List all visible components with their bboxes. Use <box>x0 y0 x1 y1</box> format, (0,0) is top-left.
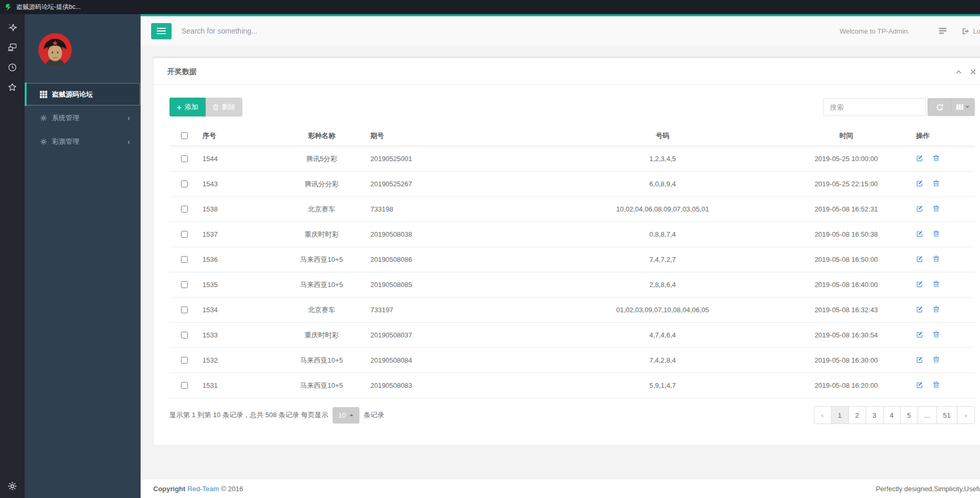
edit-row-button[interactable] <box>916 255 923 262</box>
page-button[interactable]: 4 <box>883 406 901 424</box>
delete-button[interactable]: 删除 <box>206 98 242 116</box>
edit-row-button[interactable] <box>916 230 923 237</box>
sparkle-icon[interactable] <box>7 22 18 33</box>
edit-row-button[interactable] <box>916 280 923 288</box>
row-checkbox[interactable] <box>181 181 188 187</box>
cell-serial: 1537 <box>198 222 277 247</box>
cell-serial: 1543 <box>198 172 277 197</box>
cell-lottery: 马来西亚10+5 <box>277 272 366 298</box>
trash-icon <box>933 154 940 162</box>
delete-row-button[interactable] <box>933 331 940 338</box>
browser-tab-title[interactable]: 盗贼源码论坛-提供bc... <box>16 3 81 12</box>
cell-issue: 20190525001 <box>366 146 545 172</box>
sidebar-item-lottery[interactable]: 彩票管理 ‹ <box>25 130 141 153</box>
cell-numbers: 7,4,7,2,7 <box>545 247 781 272</box>
bookmarks-star-icon[interactable] <box>7 82 18 92</box>
tasks-list-icon[interactable] <box>939 27 947 35</box>
edit-icon <box>916 179 923 187</box>
delete-row-button[interactable] <box>933 280 940 288</box>
panel-body: + 添加 删除 <box>154 84 980 445</box>
page-size-dropdown[interactable]: 10 <box>333 407 359 423</box>
cell-numbers: 0,8,8,7,4 <box>545 222 781 247</box>
avatar[interactable] <box>38 33 141 67</box>
row-checkbox[interactable] <box>181 231 188 238</box>
row-checkbox[interactable] <box>181 332 188 338</box>
footer-tagline: Perfectly designed,Simplicity,Useful, <box>876 485 980 493</box>
cell-issue: 733198 <box>366 197 545 222</box>
collapse-icon[interactable] <box>955 69 962 76</box>
global-search-input[interactable] <box>180 26 369 36</box>
cell-time: 2019-05-08 16:40:00 <box>781 272 912 298</box>
edit-row-button[interactable] <box>916 381 923 388</box>
footer: CopyrightRed-Team© 2016 Perfectly design… <box>141 479 980 498</box>
sidebar-toggle-button[interactable] <box>151 23 172 39</box>
refresh-button[interactable] <box>928 98 951 116</box>
page-button[interactable]: ... <box>918 406 937 424</box>
delete-row-button[interactable] <box>933 230 940 237</box>
trash-icon <box>933 381 940 388</box>
page-size-value: 10 <box>338 411 346 419</box>
row-checkbox[interactable] <box>181 357 188 364</box>
trash-icon <box>933 255 940 262</box>
hamburger-icon <box>157 28 166 29</box>
cell-lottery: 重庆时时彩 <box>277 222 366 247</box>
page-button[interactable]: 2 <box>848 406 866 424</box>
edit-row-button[interactable] <box>916 179 923 187</box>
sidebar-item-system[interactable]: 系统管理 ‹ <box>25 106 141 130</box>
cell-issue: 20190508037 <box>366 323 545 348</box>
edit-row-button[interactable] <box>916 154 923 162</box>
logout-button[interactable]: Log out <box>962 27 980 35</box>
delete-row-button[interactable] <box>933 179 940 187</box>
chevron-left-icon: ‹ <box>127 137 130 145</box>
add-button[interactable]: + 添加 <box>169 98 206 116</box>
delete-row-button[interactable] <box>933 356 940 363</box>
page-button[interactable]: 51 <box>936 406 957 424</box>
history-clock-icon[interactable] <box>7 62 18 72</box>
panel-title: 开奖数据 <box>167 67 197 77</box>
delete-row-button[interactable] <box>933 154 940 162</box>
sidebar-item-brand[interactable]: 盗贼源码论坛 <box>25 82 141 106</box>
row-checkbox[interactable] <box>181 155 188 162</box>
prev-page-button[interactable]: ‹ <box>814 406 832 424</box>
gear-icon <box>40 138 47 145</box>
browser-tab-bar: 盗贼源码论坛-提供bc... <box>0 0 980 14</box>
page-button[interactable]: 3 <box>866 406 883 424</box>
edit-row-button[interactable] <box>916 305 923 313</box>
trash-icon <box>933 205 940 212</box>
main-area: Welcome to TP-Admin. Log out <box>141 14 980 498</box>
select-all-checkbox[interactable] <box>181 132 188 139</box>
cell-lottery: 腾讯5分彩 <box>277 146 366 172</box>
edit-row-button[interactable] <box>916 331 923 338</box>
trash-icon <box>933 230 940 237</box>
table-body: 1544 腾讯5分彩 20190525001 1,2,3,4,5 2019-05… <box>169 146 975 398</box>
edit-row-button[interactable] <box>916 356 923 363</box>
row-checkbox[interactable] <box>181 281 188 288</box>
table-search-input[interactable] <box>823 98 926 116</box>
page-button[interactable]: 1 <box>831 406 849 424</box>
delete-row-button[interactable] <box>933 205 940 212</box>
settings-gear-icon[interactable] <box>7 481 18 491</box>
next-page-button[interactable]: › <box>957 406 975 424</box>
edit-icon <box>916 205 923 212</box>
delete-row-button[interactable] <box>933 255 940 262</box>
row-checkbox[interactable] <box>181 256 188 263</box>
page-button[interactable]: 5 <box>900 406 918 424</box>
delete-row-button[interactable] <box>933 381 940 388</box>
table-row: 1534 北京赛车 733197 01,02,03,09,07,10,08,04… <box>169 298 975 323</box>
welcome-text: Welcome to TP-Admin. <box>839 27 909 35</box>
footer-brand-link[interactable]: Red-Team <box>187 485 219 493</box>
cell-issue: 20190508083 <box>366 373 545 398</box>
cell-numbers: 5,9,1,4,7 <box>545 373 781 398</box>
row-checkbox[interactable] <box>181 306 188 313</box>
cell-numbers: 6,0,8,9,4 <box>545 172 781 197</box>
delete-row-button[interactable] <box>933 305 940 313</box>
devices-icon[interactable] <box>7 42 18 52</box>
edit-icon <box>916 154 923 162</box>
edit-row-button[interactable] <box>916 205 923 212</box>
close-icon[interactable] <box>970 69 976 76</box>
row-checkbox[interactable] <box>181 382 188 389</box>
columns-button[interactable] <box>951 98 975 116</box>
row-checkbox[interactable] <box>181 206 188 213</box>
cell-lottery: 北京赛车 <box>277 298 366 323</box>
trash-icon <box>933 331 940 338</box>
